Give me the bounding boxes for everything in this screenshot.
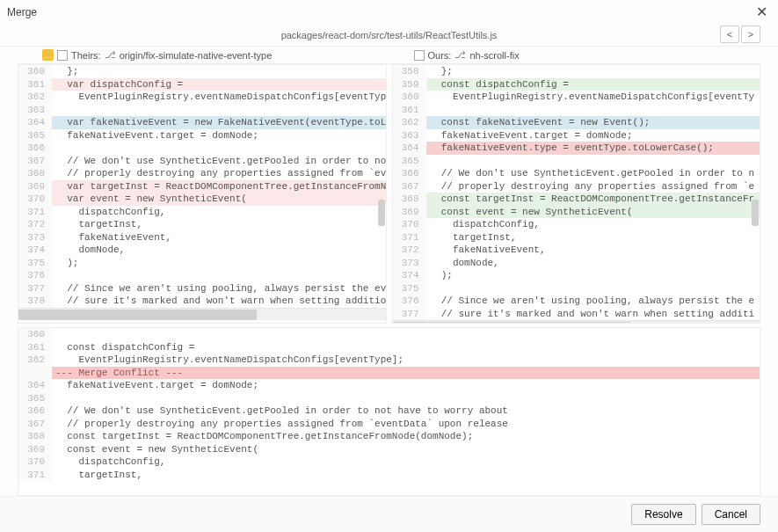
code-line[interactable]: 360 bbox=[18, 328, 760, 341]
prev-diff-button[interactable]: < bbox=[720, 26, 739, 43]
code-line[interactable]: 375 ); bbox=[18, 257, 386, 270]
code-line[interactable]: 361 bbox=[393, 104, 760, 117]
code-line[interactable]: 376 // Since we aren't using pooling, al… bbox=[393, 295, 760, 308]
code-line[interactable]: 375 bbox=[393, 282, 760, 295]
line-number: 376 bbox=[393, 295, 426, 308]
line-number: 367 bbox=[18, 418, 52, 431]
resolve-button[interactable]: Resolve bbox=[631, 504, 695, 525]
line-text: // We don't use SyntheticEvent.getPooled… bbox=[52, 155, 386, 168]
result-pane[interactable]: 360361 const dispatchConfig =362 EventPl… bbox=[18, 327, 760, 496]
code-line[interactable]: 370 var event = new SyntheticEvent( bbox=[18, 193, 386, 206]
h-scrollbar[interactable] bbox=[18, 308, 386, 320]
subheader: packages/react-dom/src/test-utils/ReactT… bbox=[0, 24, 778, 47]
code-line[interactable]: 372 fakeNativeEvent, bbox=[393, 244, 760, 257]
line-text: dispatchConfig, bbox=[52, 455, 760, 469]
ours-code[interactable]: 358 };359 const dispatchConfig =360 Even… bbox=[393, 65, 760, 320]
line-text: dispatchConfig, bbox=[52, 206, 386, 219]
code-line[interactable]: 362 EventPluginRegistry.eventNameDispatc… bbox=[18, 353, 760, 367]
code-line[interactable]: 364 fakeNativeEvent.type = eventType.toL… bbox=[393, 142, 760, 155]
next-diff-button[interactable]: > bbox=[741, 26, 760, 43]
theirs-code[interactable]: 360 };361 var dispatchConfig =362 EventP… bbox=[18, 65, 386, 308]
code-line[interactable]: 359 const dispatchConfig = bbox=[393, 78, 760, 91]
code-line[interactable]: 372 targetInst, bbox=[18, 218, 386, 231]
ours-checkbox[interactable] bbox=[414, 50, 425, 61]
line-text: const targetInst = ReactDOMComponentTree… bbox=[52, 430, 760, 443]
v-scrollbar[interactable] bbox=[751, 65, 760, 310]
code-line[interactable]: 366 // We don't use SyntheticEvent.getPo… bbox=[18, 404, 760, 418]
code-line[interactable]: 365 bbox=[393, 155, 760, 168]
line-number: 366 bbox=[18, 142, 52, 155]
code-line[interactable]: 369 var targetInst = ReactDOMComponentTr… bbox=[18, 180, 386, 193]
code-line[interactable]: 368 const targetInst = ReactDOMComponent… bbox=[18, 430, 760, 443]
code-line[interactable]: 367 // We don't use SyntheticEvent.getPo… bbox=[18, 155, 386, 168]
ours-label: Ours: bbox=[428, 50, 452, 61]
code-line[interactable]: 366 bbox=[18, 142, 386, 155]
code-line[interactable]: 377 // Since we aren't using pooling, al… bbox=[18, 282, 386, 295]
code-line[interactable]: 363 bbox=[18, 104, 386, 117]
code-line[interactable]: 371 targetInst, bbox=[18, 469, 760, 482]
branch-icon: ⎇ bbox=[454, 49, 466, 61]
code-line[interactable]: 365 fakeNativeEvent.target = domNode; bbox=[18, 129, 386, 142]
theirs-pane[interactable]: 360 };361 var dispatchConfig =362 EventP… bbox=[18, 64, 387, 324]
code-line[interactable]: 363 fakeNativeEvent.target = domNode; bbox=[393, 129, 760, 142]
line-text bbox=[52, 328, 760, 341]
code-line[interactable]: 367 // properly destroying any propertie… bbox=[393, 180, 760, 193]
line-text bbox=[52, 142, 386, 155]
result-code[interactable]: 360361 const dispatchConfig =362 EventPl… bbox=[18, 328, 760, 481]
line-text: fakeNativeEvent, bbox=[426, 244, 760, 257]
code-line[interactable]: 360 EventPluginRegistry.eventNameDispatc… bbox=[393, 91, 760, 104]
cancel-button[interactable]: Cancel bbox=[702, 504, 760, 525]
code-line[interactable]: 373 domNode, bbox=[393, 257, 760, 270]
ours-pane[interactable]: 358 };359 const dispatchConfig =360 Even… bbox=[392, 64, 761, 324]
line-number: 363 bbox=[393, 129, 426, 142]
collapse-icon[interactable]: … bbox=[42, 49, 54, 61]
code-line[interactable]: 374 domNode, bbox=[18, 244, 386, 257]
code-line[interactable]: 369 const event = new SyntheticEvent( bbox=[393, 206, 760, 219]
code-line[interactable]: 377 // sure it's marked and won't warn w… bbox=[393, 308, 760, 321]
line-number: 374 bbox=[18, 244, 52, 257]
line-text: const targetInst = ReactDOMComponentTree… bbox=[426, 193, 760, 206]
code-line[interactable]: 361 var dispatchConfig = bbox=[18, 78, 386, 91]
code-line[interactable]: 378 // sure it's marked and won't warn w… bbox=[18, 295, 386, 308]
code-line[interactable]: 368 const targetInst = ReactDOMComponent… bbox=[393, 193, 760, 206]
line-number: 360 bbox=[393, 91, 426, 104]
line-number: 360 bbox=[18, 328, 52, 341]
code-line[interactable]: 366 // We don't use SyntheticEvent.getPo… bbox=[393, 167, 760, 180]
code-line[interactable]: 371 dispatchConfig, bbox=[18, 206, 386, 219]
code-line[interactable]: 364 var fakeNativeEvent = new FakeNative… bbox=[18, 116, 386, 129]
line-number: 368 bbox=[393, 193, 426, 206]
code-line[interactable]: 365 bbox=[18, 392, 760, 405]
code-line[interactable]: 371 targetInst, bbox=[393, 231, 760, 244]
close-icon[interactable]: ✕ bbox=[753, 4, 771, 20]
code-line[interactable]: 374 ); bbox=[393, 269, 760, 282]
line-number: 362 bbox=[18, 91, 52, 104]
line-number: 369 bbox=[393, 206, 426, 219]
code-line[interactable]: 361 const dispatchConfig = bbox=[18, 341, 760, 354]
code-line[interactable]: 367 // properly destroying any propertie… bbox=[18, 418, 760, 431]
code-line[interactable]: 360 }; bbox=[18, 65, 386, 78]
code-line[interactable]: 362 const fakeNativeEvent = new Event(); bbox=[393, 116, 760, 129]
line-number: 360 bbox=[18, 65, 52, 78]
line-text: dispatchConfig, bbox=[426, 218, 760, 231]
line-text: // Since we aren't using pooling, always… bbox=[426, 295, 760, 308]
line-text: domNode, bbox=[52, 244, 386, 257]
code-line[interactable]: 369 const event = new SyntheticEvent( bbox=[18, 443, 760, 456]
code-line[interactable]: 358 }; bbox=[393, 65, 760, 78]
code-line[interactable]: 370 dispatchConfig, bbox=[18, 455, 760, 469]
code-line[interactable]: 370 dispatchConfig, bbox=[393, 218, 760, 231]
line-text bbox=[426, 104, 760, 117]
line-text: // properly destroying any properties as… bbox=[52, 167, 386, 180]
code-line[interactable]: 373 fakeNativeEvent, bbox=[18, 231, 386, 244]
line-text bbox=[426, 282, 760, 295]
code-line[interactable]: --- Merge Conflict --- bbox=[18, 367, 760, 380]
v-scrollbar[interactable] bbox=[377, 65, 386, 310]
line-number: 375 bbox=[18, 257, 52, 270]
line-number: 368 bbox=[18, 430, 52, 443]
code-line[interactable]: 368 // properly destroying any propertie… bbox=[18, 167, 386, 180]
code-line[interactable]: 362 EventPluginRegistry.eventNameDispatc… bbox=[18, 91, 386, 104]
code-line[interactable]: 364 fakeNativeEvent.target = domNode; bbox=[18, 379, 760, 392]
code-line[interactable]: 376 bbox=[18, 269, 386, 282]
h-scrollbar[interactable] bbox=[393, 320, 760, 324]
line-number: 366 bbox=[18, 404, 52, 418]
theirs-checkbox[interactable] bbox=[57, 50, 68, 61]
